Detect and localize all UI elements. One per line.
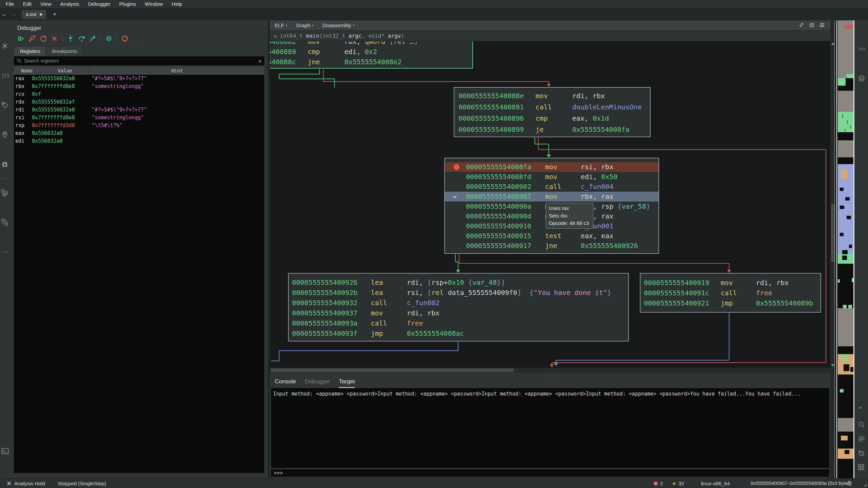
document-tab[interactable]: a.out (22, 10, 46, 19)
split-icon[interactable] (809, 22, 816, 29)
analysis-cancel-icon[interactable] (6, 481, 12, 486)
register-row-rax[interactable]: rax 0x5555556032a0 "#?=5#$\"9>7<?>77" (14, 75, 264, 83)
forward-button[interactable]: → (9, 11, 18, 18)
record-button[interactable] (121, 34, 129, 42)
menu-item-analysis[interactable]: Analysis (56, 0, 84, 8)
step-return-button[interactable] (89, 34, 97, 42)
terminal-icon[interactable] (1, 447, 10, 456)
splitter-handle[interactable]: ······ (270, 374, 830, 378)
menu-item-view[interactable]: View (36, 0, 56, 8)
menu-item-edit[interactable]: Edit (18, 0, 36, 8)
instruction-row[interactable]: 0000555555400915testeax, eax (445, 231, 658, 241)
instruction-row[interactable]: 0000555555400889cmpedi, 0x2 (270, 47, 472, 57)
instruction-row[interactable]: 0000555555400902callc_fun004 (445, 182, 658, 192)
view-menu-disassembly[interactable]: Disassembly▾ (322, 22, 355, 28)
register-row-rsi[interactable]: rsi 0x7fffffffd8e8 "somestringlongg" (14, 114, 264, 122)
console-input[interactable]: >>> (271, 469, 829, 477)
bug-icon[interactable] (0, 160, 9, 169)
instruction-row[interactable]: 000055555540092blearsi, [rel data_555555… (289, 287, 628, 298)
splitter-handle[interactable]: ······ (9, 42, 269, 46)
link-icon[interactable] (798, 22, 806, 29)
instruction-row[interactable]: 0000555555400882movrbx, qword [rel …] (270, 41, 472, 47)
view-menu-elf[interactable]: ELF▾ (275, 22, 287, 28)
instruction-row[interactable]: 000055555540088cjne0x5555554008e2 (270, 57, 472, 67)
menu-item-debugger[interactable]: Debugger (84, 0, 115, 8)
step-over-button[interactable] (77, 34, 86, 42)
view-menu-graph[interactable]: Graph▾ (296, 22, 313, 28)
lock-icon[interactable] (846, 480, 852, 486)
resize-grip[interactable]: ◢ (864, 482, 867, 487)
column-header-hint[interactable]: Hint (90, 67, 264, 75)
console-tab-debugger[interactable]: Debugger (305, 378, 330, 388)
instruction-row[interactable]: 00005555554008fdmovedi, 0x50 (445, 172, 658, 182)
warning-count[interactable]: 32 (679, 478, 684, 488)
tab-breakpoints[interactable]: Breakpoints (47, 47, 83, 56)
types-icon[interactable]: {T} (0, 71, 9, 80)
menu-item-plugins[interactable]: Plugins (115, 0, 140, 8)
menu-item-help[interactable]: Help (167, 0, 187, 8)
run-button[interactable] (17, 34, 25, 42)
step-into-button[interactable] (66, 34, 74, 42)
back-button[interactable]: ← (0, 11, 9, 18)
instruction-row[interactable]: 0000555555400937movrdi, rbx (289, 308, 628, 318)
column-header-value[interactable]: Value (40, 67, 90, 75)
graph-canvas[interactable]: 0000555555400882movrbx, qword [rel …]000… (270, 41, 830, 368)
console-tab-target[interactable]: Target (339, 378, 355, 388)
history-icon[interactable] (857, 449, 866, 458)
more-icon[interactable] (0, 247, 9, 256)
console-tab-console[interactable]: Console (275, 378, 296, 388)
instruction-row[interactable]: 0000555555400899je0x5555554008fa (454, 124, 650, 135)
log-lines-icon[interactable] (857, 435, 866, 443)
reload-icon[interactable]: ↻ (274, 33, 277, 39)
instruction-row[interactable]: 0000555555400917jne0x555555400926 (445, 241, 658, 251)
tab-registers[interactable]: Registers (15, 47, 46, 56)
instruction-row[interactable]: 0000555555400932callc_fun002 (289, 298, 628, 308)
instruction-row[interactable]: 0000555555400921jmp0x55555540089b (640, 298, 820, 308)
register-row-edi[interactable]: edi 0x556032a0 (14, 137, 264, 145)
feature-map[interactable] (838, 20, 853, 478)
instruction-row[interactable]: 000055555540093acallfree (289, 318, 628, 328)
settings-button[interactable] (105, 34, 113, 42)
menu-item-file[interactable]: File (1, 0, 18, 8)
instruction-row[interactable]: 00005555554008famovrsi, rbx (445, 162, 658, 172)
variables-icon[interactable]: (x) (857, 44, 866, 53)
breakpoint-icon[interactable] (454, 164, 459, 170)
location-icon[interactable] (0, 130, 9, 139)
register-row-rsp[interactable]: rsp 0x7fffffffd3d0 "\t5#\t?%" (14, 122, 264, 129)
error-count[interactable]: 2 (660, 478, 663, 488)
menu-burger-icon[interactable] (819, 22, 826, 29)
hash-icon[interactable] (0, 41, 9, 50)
tag-icon[interactable] (0, 101, 9, 109)
vertical-scrollbar[interactable] (830, 41, 836, 368)
search-options-icon[interactable]: ≡ (258, 58, 261, 64)
search-icon[interactable] (857, 420, 866, 429)
instruction-row[interactable]: 000055555540088emovrdi, rbx (454, 90, 650, 102)
horizontal-scrollbar[interactable] (270, 368, 830, 373)
instruction-row[interactable]: 0000555555400891calldoubleLenMinusOne (454, 102, 650, 113)
instruction-row[interactable]: 000055555540093fjmp0x5555554008ac (289, 328, 628, 338)
swap-icon[interactable] (0, 218, 9, 227)
instruction-row[interactable]: →0000555555400907movrbx, rax (445, 192, 658, 202)
layers-icon[interactable] (857, 74, 866, 83)
detach-button[interactable] (50, 34, 58, 42)
instruction-row[interactable]: 000055555540091ccallfree (640, 288, 820, 298)
register-row-eax[interactable]: eax 0x556032a0 (14, 129, 264, 137)
register-row-rcx[interactable]: rcx 0xf (14, 90, 264, 98)
graph-org-icon[interactable] (0, 188, 9, 197)
plugin-grid-icon[interactable] (857, 463, 866, 472)
register-row-rbx[interactable]: rbx 0x7fffffffd8e8 "somestringlongg" (14, 83, 264, 90)
kill-process-button[interactable] (28, 34, 36, 42)
warning-icon[interactable]: ▲ (672, 480, 676, 486)
column-header-name[interactable]: Name (14, 67, 40, 75)
menu-item-window[interactable]: Window (140, 0, 167, 8)
quotes-icon[interactable]: ” (857, 406, 866, 415)
search-registers-input[interactable]: Search registers ≡ (14, 56, 264, 65)
new-tab-button[interactable]: + (51, 11, 58, 18)
register-row-rdx[interactable]: rdx 0x5555556032af (14, 98, 264, 106)
instruction-row[interactable]: 0000555555400896cmpeax, 0x1d (454, 113, 650, 124)
error-icon[interactable]: ✕ (653, 481, 658, 486)
instruction-row[interactable]: 0000555555400926leardi, [rsp+0x10 {var_4… (289, 277, 628, 287)
function-breadcrumb[interactable]: ↻ int64_t main(int32_t argc, void* argv) (270, 31, 830, 41)
restart-button[interactable] (39, 34, 47, 42)
register-row-rdi[interactable]: rdi 0x5555556032a0 "#?=5#$\"9>7<?>77" (14, 106, 264, 114)
